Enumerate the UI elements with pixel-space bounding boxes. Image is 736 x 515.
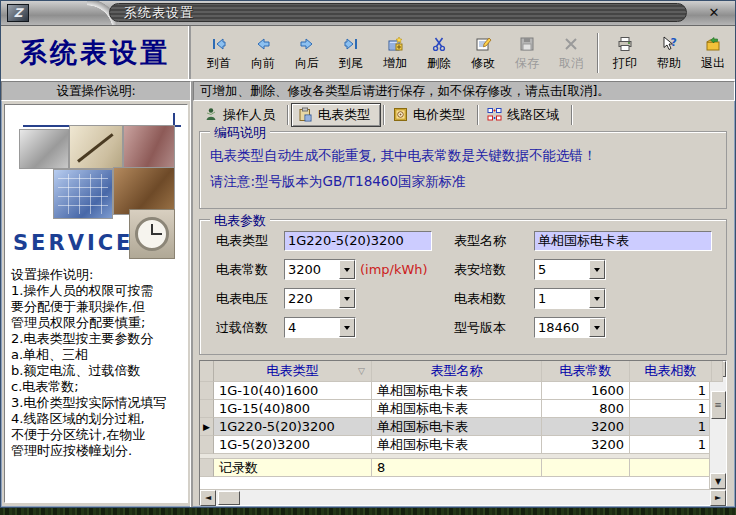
tab-line-area[interactable]: 线路区域 (481, 103, 569, 127)
meter-type-input[interactable] (284, 231, 432, 251)
page-title: 系统表设置 (1, 26, 191, 79)
group-title: 电表参数 (210, 212, 270, 230)
window-title: 系统表设置 (110, 4, 194, 22)
column-header-constant[interactable]: 电表常数 (542, 361, 630, 382)
arrow-last-icon (341, 34, 361, 54)
meter-constant-dropdown[interactable]: 3200 (284, 259, 356, 280)
printer-icon (615, 34, 635, 54)
table-row[interactable]: 1G-15(40)800 单相国标电卡表 800 1 (200, 400, 709, 418)
tab-separator (477, 105, 479, 125)
print-button[interactable]: 打印 (603, 29, 647, 77)
cell-model-name: 单相国标电卡表 (372, 382, 542, 400)
add-card-icon (385, 34, 405, 54)
table-row[interactable]: 1G-5(20)3200 单相国标电卡表 3200 1 (200, 436, 709, 454)
tab-label: 电表类型 (318, 106, 370, 124)
scroll-right-icon[interactable]: ► (710, 490, 726, 506)
cell-constant: 1600 (542, 382, 630, 400)
sidebar-panel: SERVICE 设置操作说明: 1.操作人员的权限可按需 要分配便于兼职操作,但… (4, 104, 188, 503)
phases-label: 电表相数 (442, 290, 534, 308)
scroll-down-icon[interactable]: ▼ (710, 473, 726, 489)
help-button[interactable]: ? 帮助 (647, 29, 691, 77)
row-indicator (200, 459, 214, 477)
modify-record-button[interactable]: 修改 (461, 29, 505, 77)
save-button: 保存 (505, 29, 549, 77)
next-record-button[interactable]: 向后 (285, 29, 329, 77)
ampere-dropdown[interactable]: 5 (534, 259, 606, 280)
cell-filler (542, 459, 630, 477)
exit-folder-icon (703, 34, 723, 54)
chevron-down-icon[interactable] (589, 318, 605, 337)
cell-model-name: 单相国标电卡表 (372, 418, 542, 436)
chevron-down-icon[interactable] (339, 318, 355, 337)
collage-instruments-image (123, 125, 175, 169)
coding-note-line2: 请注意:型号版本为GB/T18460国家新标准 (210, 168, 718, 194)
dropdown-value: 5 (535, 260, 589, 279)
cell-phases: 1 (630, 400, 712, 418)
constant-unit-label: (imp/kWh) (360, 262, 428, 277)
button-label: 增加 (383, 55, 407, 72)
scissors-icon (429, 34, 449, 54)
table-row[interactable]: 1G-10(40)1600 单相国标电卡表 1600 1 (200, 382, 709, 400)
form-row: 过载倍数 4 型号版本 18460 (206, 313, 720, 342)
cell-constant: 3200 (542, 436, 630, 454)
collage-keyboard-image (53, 169, 113, 219)
horizontal-scroll-thumb[interactable] (218, 491, 240, 505)
coding-note-line1: 电表类型自动生成不能重复, 其中电表常数是关键数据不能选错！ (210, 142, 718, 168)
person-icon (203, 107, 218, 122)
cell-constant: 800 (542, 400, 630, 418)
horizontal-scrollbar[interactable]: ◄ ► (200, 489, 726, 505)
last-record-button[interactable]: 到尾 (329, 29, 373, 77)
button-label: 到首 (207, 55, 231, 72)
cell-meter-type: 1G220-5(20)3200 (214, 418, 372, 436)
header-band: 系统表设置 到首 向前 向后 (1, 26, 735, 81)
titlebar-caption-area: 系统表设置 (109, 3, 687, 22)
cell-phases: 1 (630, 418, 712, 436)
edit-note-icon (473, 34, 493, 54)
tab-separator (571, 105, 573, 125)
close-icon[interactable]: ✕ (702, 4, 726, 21)
overload-dropdown[interactable]: 4 (284, 317, 356, 338)
sidebar-instructions: 设置操作说明: 1.操作人员的权限可按需 要分配便于兼职操作,但 管理员权限分配… (11, 267, 185, 459)
collage-tools-image (19, 129, 69, 169)
chevron-down-icon[interactable] (589, 260, 605, 279)
tab-meter-type[interactable]: 电表类型 (291, 103, 381, 127)
dropdown-value: 1 (535, 289, 589, 308)
prev-record-button[interactable]: 向前 (241, 29, 285, 77)
chevron-down-icon[interactable] (339, 289, 355, 308)
tab-label: 线路区域 (507, 106, 559, 124)
first-record-button[interactable]: 到首 (197, 29, 241, 77)
column-header-model-name[interactable]: 表型名称 (372, 361, 542, 382)
button-label: 取消 (559, 55, 583, 72)
button-label: 向前 (251, 55, 275, 72)
version-dropdown[interactable]: 18460 (534, 317, 606, 338)
form-row: 电表常数 3200 (imp/kWh) 表安培数 5 (206, 255, 720, 284)
voltage-dropdown[interactable]: 220 (284, 288, 356, 309)
tab-operators[interactable]: 操作人员 (197, 103, 285, 127)
add-record-button[interactable]: 增加 (373, 29, 417, 77)
column-header-label: 表型名称 (431, 362, 483, 380)
current-row-marker-icon: ▶ (200, 418, 214, 436)
column-header-phases[interactable]: 电表相数 (630, 361, 712, 382)
chevron-down-icon[interactable] (589, 289, 605, 308)
collage-pen-image (69, 125, 123, 169)
svg-text:?: ? (671, 36, 677, 49)
model-name-input[interactable] (534, 231, 712, 251)
dropdown-value: 220 (285, 289, 339, 308)
cell-model-name: 单相国标电卡表 (372, 400, 542, 418)
column-header-meter-type[interactable]: 电表类型 ▽ (214, 361, 372, 382)
tab-price-type[interactable]: 电价类型 (387, 103, 475, 127)
column-header-label: 电表类型 (267, 362, 319, 380)
clipboard-icon (298, 107, 313, 122)
table-row-selected[interactable]: ▶ 1G220-5(20)3200 单相国标电卡表 3200 1 (200, 418, 709, 436)
voltage-label: 电表电压 (206, 290, 284, 308)
phases-dropdown[interactable]: 1 (534, 288, 606, 309)
form-row: 电表类型 表型名称 (206, 226, 720, 255)
delete-record-button[interactable]: 删除 (417, 29, 461, 77)
button-label: 向后 (295, 55, 319, 72)
chevron-down-icon[interactable] (339, 260, 355, 279)
exit-button[interactable]: 退出 (691, 29, 735, 77)
vertical-scroll-thumb[interactable]: ≡ (711, 391, 726, 419)
service-collage-image: SERVICE (11, 109, 185, 261)
scroll-left-icon[interactable]: ◄ (200, 490, 216, 506)
overload-label: 过载倍数 (206, 319, 284, 337)
